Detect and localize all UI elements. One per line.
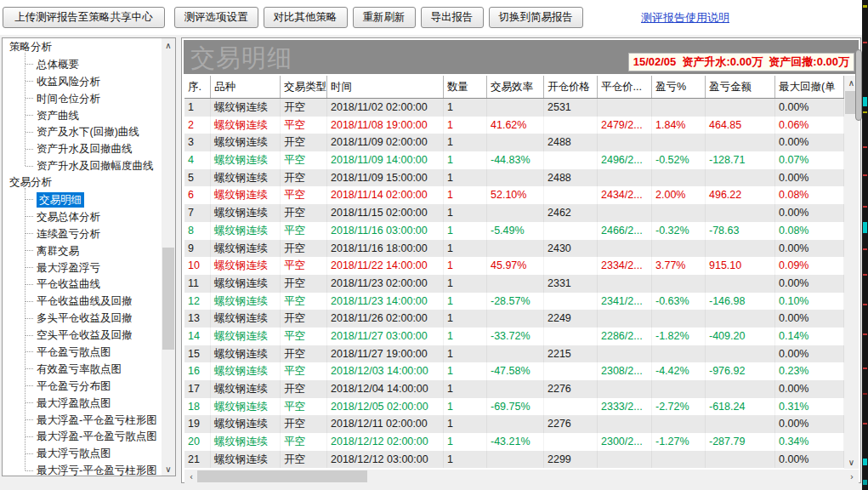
scroll-left-icon[interactable]: ‹ [184, 470, 198, 483]
sidebar-item[interactable]: 连续盈亏分析 [26, 225, 162, 242]
chart-candle-mark [863, 393, 867, 395]
table-vertical-scrollbar[interactable]: ∧ ∨ [844, 76, 859, 469]
sidebar-item[interactable]: 平仓收益曲线 [26, 276, 162, 293]
sidebar-item[interactable]: 最大浮盈-平仓盈亏散点图 [26, 428, 162, 445]
column-header-pnl_amount[interactable]: 盈亏金额 [706, 76, 775, 98]
toolbar-button-2[interactable]: 测评选项设置 [174, 7, 258, 28]
cell-type: 平空 [281, 222, 327, 240]
sidebar-item[interactable]: 交易明细 [26, 191, 162, 208]
cell-type: 平空 [281, 433, 327, 451]
column-header-product[interactable]: 品种 [211, 76, 281, 98]
table-row[interactable]: 17螺纹钢连续开空2018/12/04 14:00:00122760.00% [184, 380, 844, 398]
cell-max_dd: 0.08% [775, 222, 844, 240]
cell-max_dd: 0.00% [775, 169, 844, 187]
column-header-qty[interactable]: 数量 [444, 76, 487, 98]
column-header-seq[interactable]: 序. [184, 76, 211, 98]
column-header-type[interactable]: 交易类型 [281, 76, 327, 98]
table-row[interactable]: 7螺纹钢连续开空2018/11/15 02:00:00124620.00% [184, 204, 844, 222]
table-row[interactable]: 14螺纹钢连续平空2018/11/27 03:00:001-33.72%2286… [184, 328, 844, 345]
sidebar-item[interactable]: 多头平仓收益及回撤 [26, 310, 162, 327]
toolbar-button-1[interactable]: 上传测评报告至策略共享中心 [3, 7, 165, 28]
table-row[interactable]: 2螺纹钢连续平空2018/11/08 19:00:00141.62%2479/2… [184, 117, 844, 134]
table-row[interactable]: 6螺纹钢连续平空2018/11/14 02:00:00152.10%2434/2… [184, 186, 844, 204]
sidebar-item[interactable]: 最大浮盈-平仓盈亏柱形图 [26, 412, 162, 429]
cell-pnl_pct [652, 451, 706, 469]
table-horizontal-scrollbar[interactable]: ‹ › [184, 470, 859, 483]
tree-connector-icon [26, 81, 33, 82]
toolbar-button-5[interactable]: 导出报告 [421, 7, 484, 28]
tree-connector-icon [26, 166, 33, 167]
table-row[interactable]: 13螺纹钢连续开空2018/11/26 02:00:00122490.00% [184, 310, 844, 328]
sidebar-item[interactable]: 平仓盈亏散点图 [26, 344, 162, 361]
sidebar-scrollbar-thumb[interactable] [162, 248, 174, 350]
table-row[interactable]: 5螺纹钢连续开空2018/11/09 15:00:00124880.00% [184, 169, 844, 187]
toolbar-button-3[interactable]: 对比其他策略 [264, 7, 348, 28]
tree-connector-icon [26, 199, 33, 200]
table-row[interactable]: 8螺纹钢连续平空2018/11/16 03:00:001-5.49%2466/2… [184, 222, 844, 240]
cell-max_dd: 0.00% [775, 204, 844, 222]
horizontal-scrollbar-thumb[interactable] [197, 470, 367, 482]
table-row[interactable]: 1螺纹钢连续开空2018/11/02 02:00:00125310.00% [184, 99, 844, 117]
cell-type: 开空 [281, 275, 327, 293]
cell-open_price: 2249 [544, 310, 598, 328]
table-row[interactable]: 4螺纹钢连续平空2018/11/09 14:00:001-44.83%2496/… [184, 151, 844, 169]
column-header-efficiency[interactable]: 交易效率 [487, 76, 544, 98]
cell-efficiency: 52.10% [487, 186, 544, 204]
sidebar-group-label[interactable]: 策略分析 [3, 39, 162, 56]
cell-time: 2018/11/27 19:00:00 [327, 345, 444, 363]
sidebar-item[interactable]: 最大浮亏-平仓盈亏柱形图 [26, 462, 162, 476]
column-header-close_price[interactable]: 平仓价... [598, 76, 652, 98]
sidebar-item[interactable]: 交易总体分析 [26, 208, 162, 225]
sidebar-item[interactable]: 最大浮亏散点图 [26, 445, 162, 462]
cell-max_dd: 0.00% [775, 345, 844, 363]
sidebar-item[interactable]: 空头平仓收益及回撤 [26, 327, 162, 344]
help-link[interactable]: 测评报告使用说明 [641, 10, 729, 26]
column-header-pnl_pct[interactable]: 盈亏% [652, 76, 706, 98]
scroll-down-icon[interactable]: ∨ [844, 455, 859, 469]
cell-pnl_amount [706, 204, 775, 222]
table-row[interactable]: 3螺纹钢连续开空2018/11/09 02:00:00124880.00% [184, 134, 844, 151]
sidebar-scrollbar[interactable]: ∧ ∨ [162, 38, 175, 476]
sidebar-group-items: 交易明细交易总体分析连续盈亏分析离群交易最大浮盈浮亏平仓收益曲线平仓收益曲线及回… [26, 191, 162, 476]
column-header-open_price[interactable]: 开仓价格 [544, 76, 598, 98]
scroll-up-icon[interactable]: ∧ [162, 38, 175, 52]
sidebar-item[interactable]: 有效盈亏率散点图 [26, 361, 162, 378]
table-row[interactable]: 11螺纹钢连续开空2018/11/23 02:00:00123310.00% [184, 275, 844, 293]
sidebar-item[interactable]: 资产升水及回撤曲线 [26, 140, 162, 157]
cell-pnl_pct: -4.42% [652, 362, 706, 380]
sidebar-item[interactable]: 资产曲线 [26, 107, 162, 124]
cell-close_price [598, 380, 652, 398]
cell-product: 螺纹钢连续 [211, 345, 281, 363]
table-row[interactable]: 9螺纹钢连续开空2018/11/16 18:00:00124300.00% [184, 240, 844, 258]
column-header-time[interactable]: 时间 [327, 76, 444, 98]
sidebar-item[interactable]: 最大浮盈浮亏 [26, 259, 162, 276]
sidebar-item[interactable]: 最大浮盈散点图 [26, 395, 162, 412]
sidebar-item[interactable]: 离群交易 [26, 242, 162, 259]
sidebar-item[interactable]: 收益风险分析 [26, 73, 162, 90]
cell-close_price: 2333/2... [598, 398, 652, 416]
toolbar-button-4[interactable]: 重新刷新 [353, 7, 416, 28]
table-row[interactable]: 10螺纹钢连续平空2018/11/22 14:00:00145.97%2334/… [184, 257, 844, 275]
table-row[interactable]: 12螺纹钢连续平空2018/11/23 14:00:001-28.57%2341… [184, 293, 844, 311]
scroll-right-icon[interactable]: › [845, 470, 859, 483]
sidebar-item[interactable]: 资产升水及回撤幅度曲线 [26, 157, 162, 174]
table-row[interactable]: 15螺纹钢连续开空2018/11/27 19:00:00122150.00% [184, 345, 844, 363]
column-header-max_dd[interactable]: 最大回撤(单 [775, 76, 844, 98]
scroll-down-icon[interactable]: ∨ [162, 462, 175, 476]
table-row[interactable]: 18螺纹钢连续平空2018/12/05 02:00:001-69.75%2333… [184, 398, 844, 416]
sidebar-item[interactable]: 时间仓位分析 [26, 90, 162, 107]
sidebar-item[interactable]: 平仓盈亏分布图 [26, 378, 162, 395]
cell-efficiency [487, 415, 544, 433]
table-row[interactable]: 19螺纹钢连续开空2018/12/11 02:00:00122760.00% [184, 415, 844, 433]
table-row[interactable]: 20螺纹钢连续平空2018/12/12 02:00:001-43.21%2300… [184, 433, 844, 451]
cell-max_dd: 0.00% [775, 134, 844, 151]
sidebar-group-label[interactable]: 交易分析 [3, 174, 162, 191]
table-row[interactable]: 21螺纹钢连续开空2018/12/12 03:00:00122990.00% [184, 451, 844, 469]
sidebar-item[interactable]: 资产及水下(回撤)曲线 [26, 123, 162, 140]
cell-open_price [544, 362, 598, 380]
toolbar-button-6[interactable]: 切换到简易报告 [489, 7, 584, 28]
sidebar-item[interactable]: 总体概要 [26, 56, 162, 73]
cell-product: 螺纹钢连续 [211, 99, 281, 117]
sidebar-item[interactable]: 平仓收益曲线及回撤 [26, 293, 162, 310]
table-row[interactable]: 16螺纹钢连续平空2018/12/03 14:00:001-47.58%2308… [184, 362, 844, 380]
